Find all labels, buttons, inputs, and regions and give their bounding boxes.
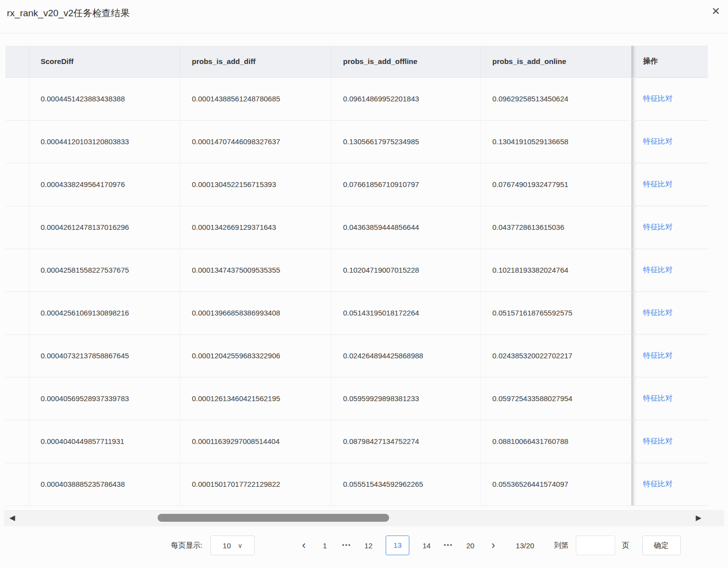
scorediff-cell: 0.00042612478137016296 xyxy=(29,206,180,249)
row-spacer-cell xyxy=(5,291,29,334)
table-row: 0.0004040449857711931 0.0001163929700851… xyxy=(5,420,708,463)
probs-is-add-online-cell: 0.10218193382024764 xyxy=(480,249,631,291)
header-actions: 操作 xyxy=(631,46,708,77)
feature-compare-link[interactable]: 特征比对 xyxy=(643,351,673,359)
probs-is-add-online-cell: 0.059725433588027954 xyxy=(480,377,631,420)
scorediff-cell: 0.00044120103120803833 xyxy=(29,120,180,163)
scorediff-cell: 0.0004038885235786438 xyxy=(29,463,180,505)
probs-is-add-online-cell: 0.051571618765592575 xyxy=(480,291,631,334)
scorediff-cell: 0.0004040449857711931 xyxy=(29,420,180,463)
prev-page-icon[interactable]: ‹ xyxy=(302,540,305,551)
pager-page-1[interactable]: 1 xyxy=(319,541,331,550)
feature-compare-link[interactable]: 特征比对 xyxy=(643,265,673,274)
feature-compare-link[interactable]: 特征比对 xyxy=(643,394,673,402)
scroll-left-icon[interactable]: ◀ xyxy=(9,513,15,523)
goto-page-suffix: 页 xyxy=(622,541,629,550)
row-spacer-cell xyxy=(5,377,29,420)
header-scorediff: ScoreDiff xyxy=(29,46,180,77)
probs-is-add-online-cell: 0.09629258513450624 xyxy=(480,77,631,120)
table-row: 0.00044120103120803833 0.000147074460983… xyxy=(5,120,708,163)
probs-is-add-online-cell: 0.05536526441574097 xyxy=(480,463,631,505)
page-indicator: 13/20 xyxy=(516,541,534,550)
action-cell: 特征比对 xyxy=(631,120,708,163)
probs-is-add-online-cell: 0.13041910529136658 xyxy=(480,120,631,163)
feature-compare-link[interactable]: 特征比对 xyxy=(643,479,673,488)
probs-is-add-online-cell: 0.07674901932477951 xyxy=(480,163,631,206)
table-row: 0.0004038885235786438 0.0001501701772212… xyxy=(5,463,708,505)
per-page-label: 每页显示: xyxy=(171,541,202,550)
probs-is-add-diff-cell: 0.00014388561248780685 xyxy=(180,77,331,120)
feature-compare-link[interactable]: 特征比对 xyxy=(643,94,673,102)
probs-is-add-diff-cell: 0.00011639297008514404 xyxy=(180,420,331,463)
feature-compare-link[interactable]: 特征比对 xyxy=(643,437,673,445)
scorediff-cell: 0.00042581558227537675 xyxy=(29,249,180,291)
results-table: ScoreDiff probs_is_add_diff probs_is_add… xyxy=(5,46,708,506)
scorediff-cell: 0.0004451423883438388 xyxy=(29,77,180,120)
probs-is-add-online-cell: 0.024385320022702217 xyxy=(480,334,631,377)
row-spacer-cell xyxy=(5,334,29,377)
page-size-select[interactable]: 10 ∨ xyxy=(210,536,255,555)
pager-page-12[interactable]: 12 xyxy=(362,541,375,550)
feature-compare-link[interactable]: 特征比对 xyxy=(643,180,673,188)
row-spacer-cell xyxy=(5,163,29,206)
pager-ellipsis[interactable]: ••• xyxy=(342,542,352,549)
scorediff-cell: 0.00042561069130898216 xyxy=(29,291,180,334)
scorediff-cell: 0.00040732137858867645 xyxy=(29,334,180,377)
table-row: 0.00040569528937339783 0.000126134604215… xyxy=(5,377,708,420)
probs-is-add-diff-cell: 0.0001342669129371643 xyxy=(180,206,331,249)
table-row: 0.00040732137858867645 0.000120425596833… xyxy=(5,334,708,377)
feature-compare-link[interactable]: 特征比对 xyxy=(643,308,673,316)
probs-is-add-diff-cell: 0.00013966858386993408 xyxy=(180,291,331,334)
goto-page-input[interactable] xyxy=(576,536,615,555)
close-icon[interactable]: ✕ xyxy=(711,6,720,16)
probs-is-add-diff-cell: 0.00015017017722129822 xyxy=(180,463,331,505)
probs-is-add-offline-cell: 0.024264894425868988 xyxy=(331,334,480,377)
next-page-icon[interactable]: › xyxy=(492,540,495,551)
table-row: 0.00042612478137016296 0.000134266912937… xyxy=(5,206,708,249)
header-spacer xyxy=(5,46,29,77)
action-cell: 特征比对 xyxy=(631,334,708,377)
pager-page-13[interactable]: 13 xyxy=(386,536,409,555)
goto-page-label: 到第 xyxy=(554,541,569,550)
feature-compare-link[interactable]: 特征比对 xyxy=(643,137,673,145)
table-row: 0.0004451423883438388 0.0001438856124878… xyxy=(5,77,708,120)
header-probs-is-add-offline: probs_is_add_offline xyxy=(331,46,480,77)
probs-is-add-diff-cell: 0.00012042559683322906 xyxy=(180,334,331,377)
action-cell: 特征比对 xyxy=(631,291,708,334)
scrollbar-thumb[interactable] xyxy=(158,514,389,522)
action-cell: 特征比对 xyxy=(631,206,708,249)
probs-is-add-offline-cell: 0.04363859444856644 xyxy=(331,206,480,249)
scroll-right-icon[interactable]: ▶ xyxy=(695,513,701,523)
scorediff-cell: 0.0004338249564170976 xyxy=(29,163,180,206)
probs-is-add-diff-cell: 0.00013474375009535355 xyxy=(180,249,331,291)
row-spacer-cell xyxy=(5,77,29,120)
horizontal-scrollbar[interactable]: ◀ ▶ xyxy=(4,510,724,526)
probs-is-add-online-cell: 0.0437728613615036 xyxy=(480,206,631,249)
chevron-down-icon: ∨ xyxy=(238,542,243,549)
table-row: 0.00042561069130898216 0.000139668583869… xyxy=(5,291,708,334)
feature-compare-link[interactable]: 特征比对 xyxy=(643,222,673,231)
row-spacer-cell xyxy=(5,463,29,505)
row-spacer-cell xyxy=(5,249,29,291)
scorediff-cell: 0.00040569528937339783 xyxy=(29,377,180,420)
probs-is-add-offline-cell: 0.10204719007015228 xyxy=(331,249,480,291)
confirm-button[interactable]: 确定 xyxy=(642,536,681,555)
probs-is-add-offline-cell: 0.05959929898381233 xyxy=(331,377,480,420)
header-probs-is-add-diff: probs_is_add_diff xyxy=(180,46,331,77)
pager-pages: 1•••121314•••20 xyxy=(319,536,477,555)
header-probs-is-add-online: probs_is_add_online xyxy=(480,46,631,77)
pager-page-20[interactable]: 20 xyxy=(464,541,477,550)
table-header-row: ScoreDiff probs_is_add_diff probs_is_add… xyxy=(5,46,708,77)
pager-ellipsis[interactable]: ••• xyxy=(444,542,453,549)
modal-header: rx_rank_v20_v2任务检查结果 ✕ xyxy=(0,0,728,33)
table-row: 0.0004338249564170976 0.0001304522156715… xyxy=(5,163,708,206)
probs-is-add-offline-cell: 0.09614869952201843 xyxy=(331,77,480,120)
probs-is-add-offline-cell: 0.05143195018172264 xyxy=(331,291,480,334)
table-row: 0.00042581558227537675 0.000134743750095… xyxy=(5,249,708,291)
probs-is-add-offline-cell: 0.07661856710910797 xyxy=(331,163,480,206)
probs-is-add-offline-cell: 0.055515434592962265 xyxy=(331,463,480,505)
row-spacer-cell xyxy=(5,206,29,249)
pager-page-14[interactable]: 14 xyxy=(420,541,433,550)
page-title: rx_rank_v20_v2任务检查结果 xyxy=(7,7,130,20)
probs-is-add-online-cell: 0.08810066431760788 xyxy=(480,420,631,463)
